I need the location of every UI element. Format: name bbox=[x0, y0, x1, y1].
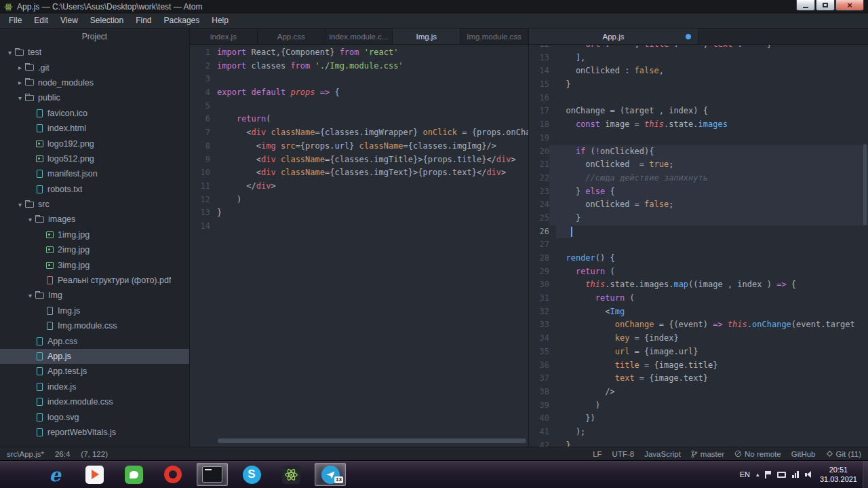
tree-item-app.test.js[interactable]: App.test.js bbox=[0, 364, 189, 379]
tree-item-src[interactable]: ▾src bbox=[0, 197, 189, 212]
minimize-button[interactable] bbox=[796, 0, 815, 11]
code-line[interactable]: 29 return ( bbox=[529, 265, 868, 279]
tree-item--.pdf[interactable]: Реальні структури (фото).pdf bbox=[0, 273, 189, 288]
menu-file[interactable]: File bbox=[3, 14, 28, 28]
tree-item-index.js[interactable]: index.js bbox=[0, 379, 189, 394]
code-line[interactable]: 28 render() { bbox=[529, 252, 868, 265]
code-line[interactable]: 35 url = {image.url} bbox=[529, 345, 868, 359]
code-line[interactable]: 4export default props => { bbox=[190, 86, 528, 100]
code-line[interactable]: 16 bbox=[529, 92, 868, 105]
code-line[interactable]: 30 this.state.images.map((image , index … bbox=[529, 278, 868, 292]
tree-item-img[interactable]: ▾Img bbox=[0, 288, 189, 303]
status-selection-count[interactable]: (7, 122) bbox=[81, 450, 108, 458]
tree-item-robots.txt[interactable]: robots.txt bbox=[0, 182, 189, 197]
taskbar-button-internet-explorer[interactable]: e bbox=[39, 463, 71, 486]
menu-packages[interactable]: Packages bbox=[158, 14, 206, 28]
taskbar-button-atom[interactable] bbox=[275, 463, 307, 486]
code-line[interactable]: 14 bbox=[190, 220, 528, 233]
code-line[interactable]: 32 <Img bbox=[529, 305, 868, 319]
tree-item-.git[interactable]: ▸.git bbox=[0, 60, 189, 75]
editor-imgjs[interactable]: 1import React,{Component} from 'react'2i… bbox=[190, 45, 528, 447]
chevron-down-icon[interactable]: ▾ bbox=[26, 216, 35, 223]
menu-view[interactable]: View bbox=[54, 14, 84, 28]
menu-edit[interactable]: Edit bbox=[28, 14, 54, 28]
tree-item-favicon.ico[interactable]: favicon.ico bbox=[0, 106, 189, 121]
chevron-down-icon[interactable]: ▾ bbox=[16, 201, 24, 208]
code-line[interactable]: 26 } bbox=[529, 225, 868, 239]
status-file-path[interactable]: src\App.js* bbox=[7, 450, 44, 458]
menu-find[interactable]: Find bbox=[130, 14, 157, 28]
status-no-remote[interactable]: No remote bbox=[734, 450, 781, 458]
tree-item-app.css[interactable]: App.css bbox=[0, 333, 189, 348]
code-line[interactable]: 12 url : ' ' , title : ' ' , text : ' ' … bbox=[529, 45, 868, 52]
code-line[interactable]: 2import classes from './Img.module.css' bbox=[190, 60, 528, 73]
code-line[interactable]: 24 onClicked = false; bbox=[529, 198, 868, 212]
code-line[interactable]: 18 const image = this.state.images bbox=[529, 118, 868, 132]
code-line[interactable]: 11 </div> bbox=[190, 180, 528, 193]
code-line[interactable]: 36 title = {image.title} bbox=[529, 359, 868, 373]
tree-item-images[interactable]: ▾images bbox=[0, 212, 189, 227]
code-line[interactable]: 5 bbox=[190, 100, 528, 113]
status-git-branch[interactable]: master bbox=[691, 450, 724, 458]
chevron-down-icon[interactable]: ▾ bbox=[5, 49, 14, 56]
status-encoding[interactable]: UTF-8 bbox=[612, 450, 635, 458]
code-line[interactable]: 12 ) bbox=[190, 193, 528, 207]
chevron-right-icon[interactable]: ▸ bbox=[16, 64, 24, 71]
vertical-scrollbar[interactable] bbox=[863, 144, 867, 225]
tab-index.js[interactable]: index.js bbox=[190, 29, 258, 44]
code-line[interactable]: 33 onChange = {(event) => this.onChange(… bbox=[529, 318, 868, 332]
action-center-flag-icon[interactable] bbox=[765, 471, 771, 478]
tree-item-node_modules[interactable]: ▸node_modules bbox=[0, 75, 189, 90]
show-desktop-button[interactable] bbox=[862, 461, 868, 488]
taskbar-button-media-player[interactable] bbox=[79, 463, 110, 486]
tree-item-3img.jpg[interactable]: 3img.jpg bbox=[0, 257, 189, 272]
restore-button[interactable] bbox=[816, 0, 835, 11]
status-github[interactable]: GitHub bbox=[791, 450, 816, 458]
tab-img.module.css[interactable]: Img.module.css bbox=[460, 29, 528, 44]
code-line[interactable]: 10 <div className={classes.imgText}>{pro… bbox=[190, 166, 528, 180]
code-line[interactable]: 7 <div className={classes.imgWrapper} on… bbox=[190, 126, 528, 140]
code-line[interactable]: 14 onClicked : false, bbox=[529, 64, 868, 78]
menu-selection[interactable]: Selection bbox=[84, 14, 130, 28]
code-line[interactable]: 8 <img src={props.url} className={classe… bbox=[190, 140, 528, 153]
signal-icon[interactable] bbox=[792, 471, 799, 478]
volume-icon[interactable] bbox=[805, 471, 811, 478]
code-line[interactable]: 9 <div className={classes.imgTitle}>{pro… bbox=[190, 153, 528, 167]
tree-item-img.module.css[interactable]: Img.module.css bbox=[0, 318, 189, 333]
code-line[interactable]: 21 onClicked = true; bbox=[529, 158, 868, 172]
tree-item-logo.svg[interactable]: logo.svg bbox=[0, 409, 189, 424]
code-line[interactable]: 15 } bbox=[529, 78, 868, 92]
tree-item-2img.jpg[interactable]: 2img.jpg bbox=[0, 242, 189, 257]
taskbar-button-console[interactable] bbox=[197, 463, 228, 486]
chevron-right-icon[interactable]: ▸ bbox=[16, 79, 24, 86]
tree-item-index.html[interactable]: index.html bbox=[0, 121, 189, 136]
code-line[interactable]: 37 text = {image.text} bbox=[529, 372, 868, 386]
tree-item-app.js[interactable]: App.js bbox=[0, 349, 189, 364]
code-line[interactable]: 25 } bbox=[529, 212, 868, 225]
code-line[interactable]: 20 if (!onClicked){ bbox=[529, 145, 868, 159]
network-icon[interactable] bbox=[777, 472, 786, 478]
code-line[interactable]: 41 ); bbox=[529, 426, 868, 439]
close-button[interactable]: × bbox=[835, 0, 864, 11]
status-grammar[interactable]: JavaScript bbox=[644, 450, 681, 458]
language-indicator[interactable]: EN bbox=[740, 470, 750, 478]
code-line[interactable]: 1import React,{Component} from 'react' bbox=[190, 46, 528, 60]
code-line[interactable]: 6 return( bbox=[190, 113, 528, 126]
tree-item-test[interactable]: ▾test bbox=[0, 45, 189, 60]
tray-expand-icon[interactable]: ▴ bbox=[756, 471, 760, 478]
tree-item-reportwebvitals.js[interactable]: reportWebVitals.js bbox=[0, 425, 189, 440]
editor-appjs[interactable]: 12 url : ' ' , title : ' ' , text : ' ' … bbox=[529, 45, 868, 447]
code-line[interactable]: 40 }) bbox=[529, 412, 868, 426]
tree-item-logo512.png[interactable]: logo512.png bbox=[0, 151, 189, 166]
tree-item-manifest.json[interactable]: manifest.json bbox=[0, 166, 189, 181]
taskbar-button-skype[interactable]: S bbox=[236, 463, 267, 486]
code-line[interactable]: 38 /> bbox=[529, 386, 868, 399]
code-line[interactable]: 31 return ( bbox=[529, 292, 868, 305]
code-line[interactable]: 27 bbox=[529, 238, 868, 252]
code-line[interactable]: 23 } else { bbox=[529, 185, 868, 199]
code-line[interactable]: 13 ], bbox=[529, 52, 868, 65]
status-cursor-position[interactable]: 26:4 bbox=[55, 450, 70, 458]
tab-index.module.c...[interactable]: index.module.c... bbox=[326, 29, 393, 44]
tree-item-public[interactable]: ▾public bbox=[0, 90, 189, 105]
tab-appjs[interactable]: App.js bbox=[529, 29, 698, 44]
